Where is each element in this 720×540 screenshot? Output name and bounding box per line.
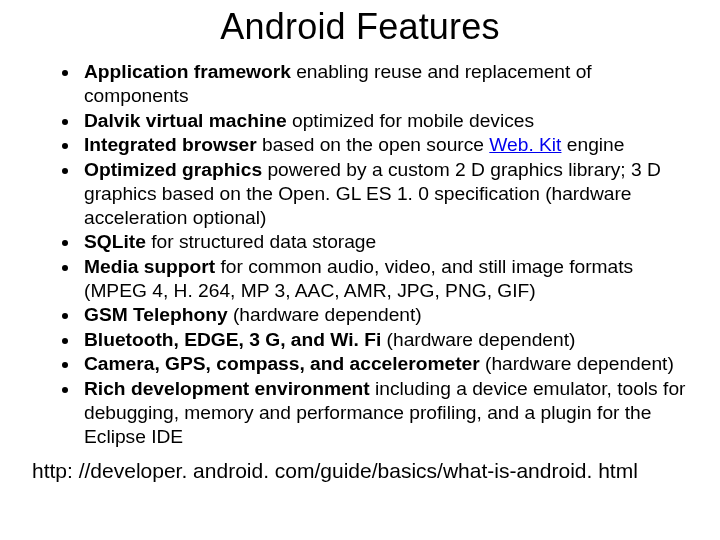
list-item: Rich development environment including a… bbox=[80, 377, 690, 449]
list-item: Application framework enabling reuse and… bbox=[80, 60, 690, 108]
list-item: Integrated browser based on the open sou… bbox=[80, 133, 690, 157]
list-item: Dalvik virtual machine optimized for mob… bbox=[80, 109, 690, 133]
feature-rest-post: engine bbox=[561, 134, 624, 155]
feature-rest: (hardware dependent) bbox=[228, 304, 422, 325]
webkit-link[interactable]: Web. Kit bbox=[489, 134, 561, 155]
feature-rest: optimized for mobile devices bbox=[287, 110, 534, 131]
feature-lead: Rich development environment bbox=[84, 378, 370, 399]
feature-lead: Optimized graphics bbox=[84, 159, 262, 180]
list-item: Optimized graphics powered by a custom 2… bbox=[80, 158, 690, 230]
footer-url: http: //developer. android. com/guide/ba… bbox=[32, 459, 690, 483]
list-item: Bluetooth, EDGE, 3 G, and Wi. Fi (hardwa… bbox=[80, 328, 690, 352]
feature-rest-pre: based on the open source bbox=[257, 134, 490, 155]
feature-lead: SQLite bbox=[84, 231, 146, 252]
slide: Android Features Application framework e… bbox=[0, 0, 720, 540]
feature-lead: GSM Telephony bbox=[84, 304, 228, 325]
list-item: Media support for common audio, video, a… bbox=[80, 255, 690, 303]
feature-rest: (hardware dependent) bbox=[480, 353, 674, 374]
feature-rest: for structured data storage bbox=[146, 231, 376, 252]
feature-list: Application framework enabling reuse and… bbox=[30, 60, 690, 449]
feature-lead: Dalvik virtual machine bbox=[84, 110, 287, 131]
list-item: GSM Telephony (hardware dependent) bbox=[80, 303, 690, 327]
list-item: Camera, GPS, compass, and accelerometer … bbox=[80, 352, 690, 376]
feature-lead: Bluetooth, EDGE, 3 G, and Wi. Fi bbox=[84, 329, 381, 350]
slide-title: Android Features bbox=[30, 6, 690, 48]
feature-lead: Application framework bbox=[84, 61, 291, 82]
feature-rest: (hardware dependent) bbox=[381, 329, 575, 350]
feature-lead: Integrated browser bbox=[84, 134, 257, 155]
feature-lead: Camera, GPS, compass, and accelerometer bbox=[84, 353, 480, 374]
feature-lead: Media support bbox=[84, 256, 215, 277]
list-item: SQLite for structured data storage bbox=[80, 230, 690, 254]
